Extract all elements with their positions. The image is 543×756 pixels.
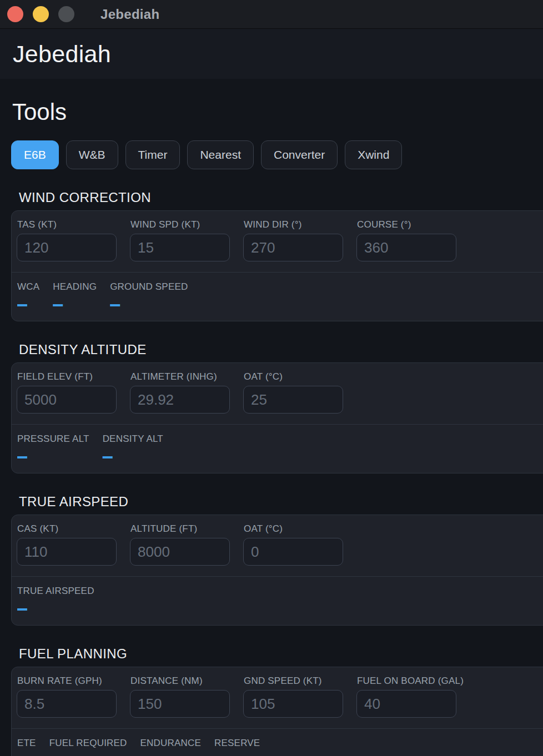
section-fuel-planning: FUEL PLANNING BURN RATE (GPH) DISTANCE (… (0, 646, 543, 756)
result-value-dash: — (110, 295, 120, 313)
field: FIELD ELEV (FT) (17, 367, 117, 414)
result-value-dash: — (17, 599, 27, 617)
field-label: TAS (KT) (17, 219, 117, 230)
result-label: GROUND SPEED (110, 281, 188, 293)
wind-direction-input[interactable] (243, 234, 343, 261)
field: GND SPEED (KT) (243, 672, 343, 718)
fuel-planning-results: ETE — FUEL REQUIRED — ENDURANCE — RESERV… (12, 728, 543, 756)
wind-speed-input[interactable] (130, 234, 230, 261)
minimize-window-button[interactable] (33, 6, 49, 22)
section-title: FUEL PLANNING (19, 646, 543, 662)
field-label: WIND SPD (KT) (130, 219, 230, 230)
tab-converter[interactable]: Converter (261, 140, 338, 169)
fuel-on-board-input[interactable] (356, 690, 456, 718)
field-label: WIND DIR (°) (244, 219, 343, 230)
tool-tabs: E6B W&B Timer Nearest Converter Xwind (11, 140, 543, 169)
main-content: Tools E6B W&B Timer Nearest Converter Xw… (0, 79, 543, 756)
section-title: TRUE AIRSPEED (19, 494, 543, 510)
window-title: Jebediah (100, 7, 159, 22)
result-ground-speed: GROUND SPEED — (110, 281, 188, 309)
field: BURN RATE (GPH) (17, 672, 117, 718)
result-ete: ETE — (17, 738, 36, 756)
field-label: ALTIMETER (INHG) (130, 371, 230, 382)
field: TAS (KT) (17, 215, 117, 261)
field: WIND SPD (KT) (130, 215, 230, 261)
course-input[interactable] (356, 234, 456, 261)
tab-nearest[interactable]: Nearest (187, 140, 254, 169)
fuel-planning-inputs: BURN RATE (GPH) DISTANCE (NM) GND SPEED … (12, 667, 543, 728)
fuel-planning-panel: BURN RATE (GPH) DISTANCE (NM) GND SPEED … (11, 667, 543, 756)
field-label: OAT (°C) (244, 523, 343, 535)
close-window-button[interactable] (7, 6, 23, 22)
distance-input[interactable] (130, 690, 230, 718)
result-label: FUEL REQUIRED (49, 738, 127, 749)
result-value-dash: — (103, 447, 113, 465)
field: COURSE (°) (356, 215, 456, 261)
field-label: DISTANCE (NM) (130, 676, 230, 687)
field: OAT (°C) (243, 520, 343, 566)
burn-rate-input[interactable] (17, 690, 117, 718)
window-titlebar: Jebediah (0, 0, 543, 29)
result-label: PRESSURE ALT (17, 434, 89, 445)
cas-input[interactable] (17, 538, 117, 566)
result-wca: WCA — (17, 281, 39, 309)
result-reserve: RESERVE — (214, 738, 260, 756)
wind-correction-results: WCA — HEADING — GROUND SPEED — (12, 272, 543, 321)
wind-correction-panel: TAS (KT) WIND SPD (KT) WIND DIR (°) COUR… (11, 210, 543, 321)
result-true-airspeed: TRUE AIRSPEED — (17, 586, 94, 613)
result-fuel-required: FUEL REQUIRED — (49, 738, 127, 756)
result-value-dash: — (49, 751, 59, 756)
result-value-dash: — (214, 751, 224, 756)
wind-correction-inputs: TAS (KT) WIND SPD (KT) WIND DIR (°) COUR… (12, 211, 543, 272)
field: FUEL ON BOARD (GAL) (356, 672, 456, 718)
field: DISTANCE (NM) (130, 672, 230, 718)
tas-input[interactable] (17, 234, 117, 261)
field-label: COURSE (°) (357, 219, 456, 230)
tools-heading: Tools (12, 99, 543, 125)
ground-speed-input[interactable] (243, 690, 343, 718)
result-endurance: ENDURANCE — (140, 738, 201, 756)
tas-oat-input[interactable] (243, 538, 343, 566)
field-elevation-input[interactable] (17, 386, 117, 414)
result-heading: HEADING — (53, 281, 97, 309)
result-label: TRUE AIRSPEED (17, 586, 94, 597)
true-airspeed-inputs: CAS (KT) ALTITUDE (FT) OAT (°C) (12, 515, 543, 576)
oat-input[interactable] (243, 386, 343, 414)
field-label: GND SPEED (KT) (244, 676, 343, 687)
field-label: FUEL ON BOARD (GAL) (357, 676, 456, 687)
result-value-dash: — (17, 751, 27, 756)
tab-timer[interactable]: Timer (125, 140, 180, 169)
result-value-dash: — (17, 295, 27, 313)
result-value-dash: — (53, 295, 63, 313)
field: WIND DIR (°) (243, 215, 343, 261)
app-header: Jebediah (0, 29, 543, 79)
section-title: WIND CORRECTION (19, 190, 543, 205)
field-label: FIELD ELEV (FT) (17, 371, 117, 382)
field-label: BURN RATE (GPH) (17, 676, 117, 687)
result-value-dash: — (17, 447, 27, 465)
field-label: ALTITUDE (FT) (130, 523, 230, 535)
app-title: Jebediah (13, 41, 111, 68)
altitude-input[interactable] (130, 538, 230, 566)
density-altitude-results: PRESSURE ALT — DENSITY ALT — (12, 424, 543, 473)
section-true-airspeed: TRUE AIRSPEED CAS (KT) ALTITUDE (FT) OAT… (0, 494, 543, 626)
section-density-altitude: DENSITY ALTITUDE FIELD ELEV (FT) ALTIMET… (0, 342, 543, 473)
fullscreen-window-button[interactable] (58, 6, 74, 22)
field-label: CAS (KT) (17, 523, 117, 535)
tab-e6b[interactable]: E6B (11, 140, 59, 169)
field: CAS (KT) (17, 520, 117, 566)
tab-wb[interactable]: W&B (66, 140, 118, 169)
field: ALTIMETER (INHG) (130, 367, 230, 414)
section-title: DENSITY ALTITUDE (19, 342, 543, 357)
field: OAT (°C) (243, 367, 343, 414)
density-altitude-panel: FIELD ELEV (FT) ALTIMETER (INHG) OAT (°C… (11, 362, 543, 473)
section-wind-correction: WIND CORRECTION TAS (KT) WIND SPD (KT) W… (0, 190, 543, 321)
altimeter-input[interactable] (130, 386, 230, 414)
field-label: OAT (°C) (244, 371, 343, 382)
field: ALTITUDE (FT) (130, 520, 230, 566)
tab-xwind[interactable]: Xwind (345, 140, 402, 169)
result-value-dash: — (140, 751, 150, 756)
true-airspeed-results: TRUE AIRSPEED — (12, 576, 543, 625)
result-pressure-alt: PRESSURE ALT — (17, 434, 89, 461)
true-airspeed-panel: CAS (KT) ALTITUDE (FT) OAT (°C) TRUE AIR… (11, 515, 543, 626)
